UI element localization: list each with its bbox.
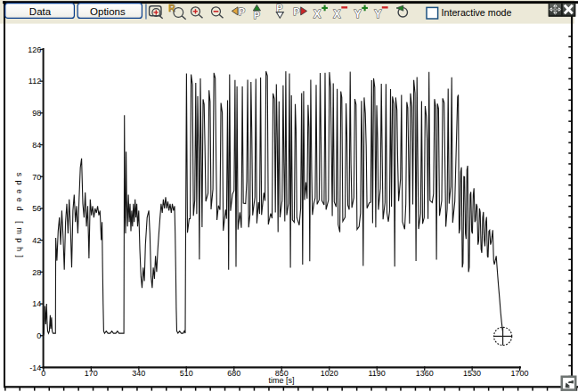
svg-text:X: X [313, 8, 322, 20]
svg-text:42: 42 [32, 236, 41, 245]
svg-text:-14: -14 [29, 363, 41, 372]
svg-text:speed [mph]: speed [mph] [15, 173, 24, 262]
svg-text:14: 14 [32, 299, 41, 308]
svg-text:P: P [293, 6, 299, 17]
svg-text:112: 112 [28, 77, 41, 86]
svg-text:1190: 1190 [369, 369, 386, 378]
svg-text:1360: 1360 [416, 369, 434, 378]
svg-text:0: 0 [41, 369, 45, 378]
svg-text:1530: 1530 [463, 369, 481, 378]
svg-text:Interactive mode: Interactive mode [442, 7, 512, 18]
svg-text:84: 84 [32, 141, 41, 150]
svg-text:R: R [168, 3, 175, 13]
svg-text:time [s]: time [s] [268, 376, 294, 385]
svg-text:P: P [276, 3, 282, 13]
svg-text:X: X [333, 8, 341, 20]
svg-text:170: 170 [85, 369, 98, 378]
svg-text:P: P [254, 10, 260, 20]
svg-text:1020: 1020 [321, 369, 338, 378]
svg-text:P: P [239, 6, 245, 17]
svg-text:98: 98 [32, 109, 41, 118]
svg-text:680: 680 [227, 369, 240, 378]
svg-text:340: 340 [132, 369, 145, 378]
svg-text:Y: Y [354, 8, 362, 20]
svg-text:126: 126 [28, 45, 41, 54]
svg-text:28: 28 [32, 268, 41, 277]
svg-text:Options: Options [90, 6, 126, 17]
svg-text:1700: 1700 [511, 369, 529, 378]
svg-text:Data: Data [29, 6, 52, 17]
svg-text:510: 510 [180, 369, 193, 378]
svg-text:56: 56 [32, 204, 41, 213]
svg-text:0: 0 [37, 331, 41, 340]
svg-text:Y: Y [374, 8, 381, 20]
svg-text:70: 70 [32, 173, 41, 182]
